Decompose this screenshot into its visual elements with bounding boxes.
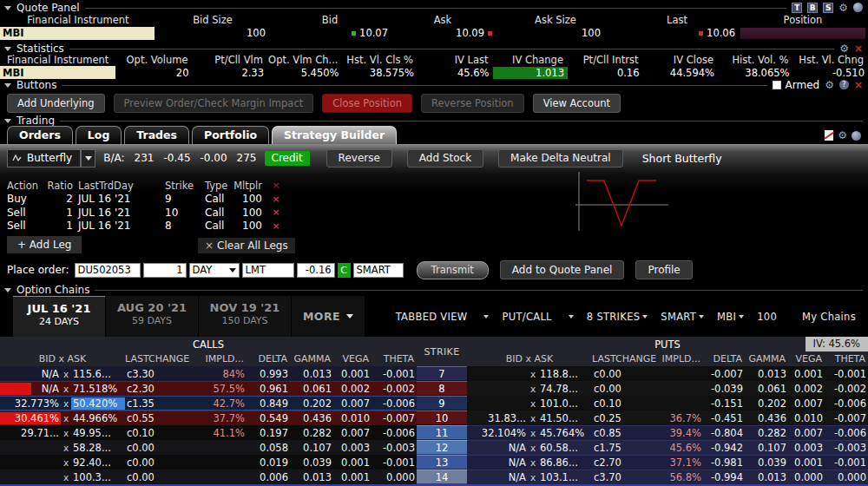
trading-tab[interactable]: Orders <box>7 126 73 144</box>
collapse-triangle-icon[interactable] <box>4 119 11 123</box>
call-ask-cell[interactable]: 49.95... <box>71 427 125 439</box>
panel-button[interactable]: Add Underlying <box>7 94 105 113</box>
trading-tab[interactable]: Log <box>76 126 122 144</box>
panel-button[interactable]: Preview Order/Check Margin Impact <box>114 94 314 113</box>
put-bid-cell[interactable]: 31.83... <box>467 412 528 424</box>
panel-button[interactable]: Close Position <box>322 94 412 113</box>
make-delta-neutral-button[interactable]: Make Delta Neutral <box>498 149 623 167</box>
put-ask-cell[interactable]: 60.58... <box>538 442 592 454</box>
leg-strike[interactable]: 9 <box>156 193 194 205</box>
call-ask-cell[interactable]: 92.40... <box>71 456 125 469</box>
put-bid-cell[interactable]: N/A <box>467 456 528 469</box>
remove-leg-icon[interactable]: × <box>267 207 285 218</box>
call-bid-cell[interactable]: N/A <box>0 383 61 395</box>
expiry-tab[interactable]: NOV 19 '21 150 DAYS <box>199 296 291 337</box>
leg-expiry[interactable]: JUL 16 '21 <box>73 193 156 205</box>
add-stock-button[interactable]: Add Stock <box>407 149 483 167</box>
panel-button[interactable]: View Account <box>533 94 621 113</box>
call-ask-cell[interactable]: 50.420% <box>71 397 125 410</box>
close-icon[interactable]: × <box>854 80 863 90</box>
trading-tab[interactable]: Trades <box>124 126 189 144</box>
leg-action[interactable]: Buy <box>7 193 45 205</box>
leg-strike[interactable]: 8 <box>156 220 194 232</box>
put-ask-cell[interactable]: 74.78... <box>538 383 592 395</box>
position-field[interactable] <box>740 28 865 39</box>
panel-button[interactable]: Reverse Position <box>421 94 524 113</box>
leg-action[interactable]: Sell <box>7 220 45 232</box>
my-chains-button[interactable]: My Chains <box>802 311 856 323</box>
put-ask-cell[interactable]: 101.0... <box>538 397 592 410</box>
leg-strike[interactable]: 10 <box>156 207 194 219</box>
help-icon[interactable]: ? <box>839 80 849 89</box>
exchange-select[interactable]: SMART <box>661 311 704 323</box>
order-type-input[interactable] <box>242 263 294 278</box>
call-ask-cell[interactable]: 100.3... <box>71 471 125 483</box>
globe-icon[interactable] <box>852 131 861 141</box>
strategy-selector[interactable]: Butterfly <box>7 149 81 167</box>
collapse-triangle-icon[interactable] <box>4 83 11 88</box>
transmit-button[interactable]: Transmit <box>417 261 489 279</box>
call-bid-cell[interactable]: 32.773% <box>0 397 61 410</box>
expiry-tab[interactable]: AUG 20 '21 59 DAYS <box>106 296 198 337</box>
put-ask-cell[interactable]: 86.86... <box>538 456 592 469</box>
reverse-button[interactable]: Reverse <box>326 149 392 167</box>
route-input[interactable] <box>353 263 404 278</box>
globe-icon[interactable] <box>853 3 863 12</box>
account-input[interactable] <box>75 263 141 278</box>
put-ask-cell[interactable]: 118.8... <box>538 368 592 380</box>
put-bid-cell[interactable]: N/A <box>467 471 528 483</box>
expiry-tab[interactable]: JUL 16 '21 24 DAYS <box>13 296 105 337</box>
notes-icon[interactable] <box>825 130 833 141</box>
call-ask-cell[interactable]: 58.28... <box>71 442 125 454</box>
collapse-triangle-icon[interactable] <box>4 6 11 10</box>
put-ask-cell[interactable]: 103.1... <box>538 471 592 483</box>
remove-leg-icon[interactable]: × <box>267 194 285 205</box>
strategy-dropdown-button[interactable] <box>81 149 95 167</box>
limit-price-input[interactable] <box>297 263 335 278</box>
wrench-icon[interactable]: ⚙ <box>839 43 849 54</box>
collapse-triangle-icon[interactable] <box>4 47 11 51</box>
leg-type[interactable]: Call <box>194 220 229 232</box>
remove-leg-icon[interactable]: × <box>267 220 285 232</box>
more-expiries-button[interactable]: MORE <box>292 296 365 337</box>
strikes-select[interactable]: 8 STRIKES <box>587 311 648 323</box>
profile-button[interactable]: Profile <box>635 260 692 279</box>
leg-ratio[interactable]: 2 <box>45 193 73 205</box>
put-bid-cell[interactable]: 32.104% <box>467 427 528 439</box>
add-to-quote-panel-button[interactable]: Add to Quote Panel <box>500 260 625 279</box>
leg-action[interactable]: Sell <box>7 207 45 219</box>
credit-toggle-button[interactable]: Credit <box>265 151 310 166</box>
leg-type[interactable]: Call <box>194 193 229 205</box>
call-bid-cell[interactable]: N/A <box>0 368 61 380</box>
window-mode-button[interactable]: S <box>823 3 833 13</box>
put-ask-cell[interactable]: 45.764% <box>538 427 592 439</box>
symbol-select[interactable]: MBI <box>717 311 744 323</box>
call-ask-cell[interactable]: 115.6... <box>71 368 125 380</box>
tif-select[interactable]: DAY <box>189 263 240 278</box>
put-bid-cell[interactable]: N/A <box>467 442 528 454</box>
call-bid-cell[interactable]: 29.71... <box>0 427 61 439</box>
window-mode-button[interactable]: B <box>807 3 818 13</box>
call-ask-cell[interactable]: 71.518% <box>71 383 125 395</box>
leg-expiry[interactable]: JUL 16 '21 <box>73 207 156 219</box>
put-call-select[interactable]: PUT/CALL <box>502 311 573 323</box>
collapse-triangle-icon[interactable] <box>4 288 11 292</box>
quantity-input[interactable] <box>143 263 187 278</box>
window-mode-button[interactable]: T <box>792 3 802 13</box>
call-ask-cell[interactable]: 44.966% <box>71 412 125 424</box>
wrench-icon[interactable]: ⚙ <box>825 80 834 90</box>
leg-ratio[interactable]: 1 <box>45 220 73 232</box>
leg-type[interactable]: Call <box>194 207 229 219</box>
close-icon[interactable]: × <box>854 43 863 54</box>
wrench-icon[interactable]: ⚙ <box>838 130 847 141</box>
put-ask-cell[interactable]: 41.50... <box>538 412 592 424</box>
trading-tab[interactable]: Strategy Builder <box>272 126 397 144</box>
clear-all-legs-button[interactable]: ×Clear All Legs <box>198 238 295 253</box>
armed-checkbox[interactable] <box>773 81 781 89</box>
wrench-icon[interactable]: ⚙ <box>838 3 848 13</box>
view-mode-select[interactable]: TABBED VIEW <box>396 311 490 323</box>
leg-ratio[interactable]: 1 <box>45 207 73 219</box>
trading-tab[interactable]: Portfolio <box>192 126 269 144</box>
leg-expiry[interactable]: JUL 16 '21 <box>73 220 156 232</box>
add-leg-button[interactable]: + Add Leg <box>7 236 82 253</box>
